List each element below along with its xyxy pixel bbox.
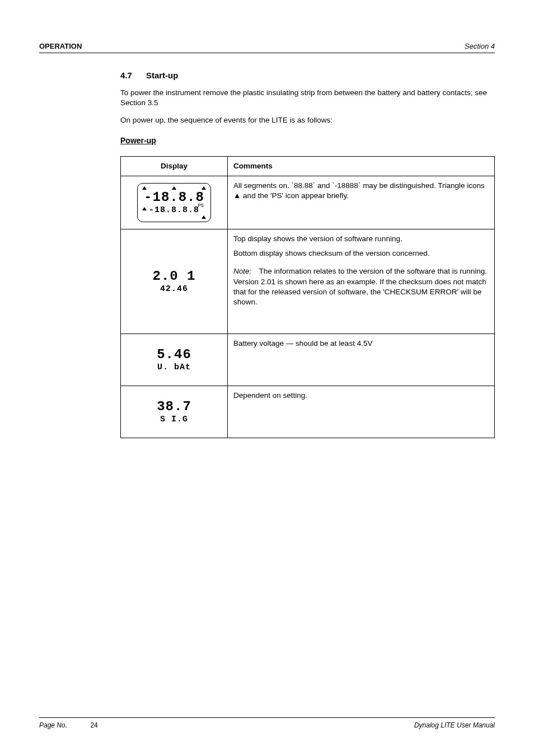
display-cell: 2.0 1 42.46 [121,229,228,334]
triangle-icon [142,186,147,190]
page-num-label: Page No. [39,721,67,729]
footer-left: Page No. 24 [39,721,98,729]
triangle-icon [202,186,206,190]
footer-right: Dynalog LITE User Manual [414,721,495,729]
lcd-row2: -18.8.8.8 [149,206,199,214]
header-right: Section 4 [465,42,495,50]
lcd-display: 5.46 U. bAt [138,341,210,379]
comments-cell: All segments on. `88.88` and `-18888` ma… [228,176,495,229]
lcd-row1: 38.7 [157,400,191,414]
lcd-row2: 42.46 [160,285,188,293]
lcd-row2: U. bAt [157,363,191,372]
lcd-row1: 5.46 [157,348,191,361]
section-heading: 4.7 Start-up [120,70,495,81]
table-row: 2.0 1 42.46 Top display shows the versio… [121,229,495,334]
table-row: 38.7 S I.G Dependent on setting. [121,386,495,438]
lcd-display: -18.8.8 -18.8.8.8 PS [137,183,211,222]
table-row: 5.46 U. bAt Battery voltage — should be … [121,334,495,386]
th-comments: Comments [228,156,495,176]
row2-desc: Battery voltage — should be at least 4.5… [233,339,372,348]
right-column: 4.7 Start-up To power the instrument rem… [120,70,495,438]
lcd-row2: S I.G [160,415,188,424]
comments-cell: Top display shows the version of softwar… [228,229,495,334]
row1-desc2: Bottom display shows checksum of the ver… [233,248,489,259]
lcd-row1: 2.0 1 [152,270,195,283]
subheading-powerup: Power-up [120,135,495,146]
note-text: The information relates to the version o… [233,267,487,306]
display-cell: 38.7 S I.G [121,386,228,438]
table-header-row: Display Comments [121,156,495,176]
page-num-value: 24 [90,721,97,729]
page-header: OPERATION Section 4 [39,34,495,53]
row3-desc: Dependent on setting. [233,391,307,400]
row1-desc1: Top display shows the version of softwar… [233,234,489,244]
row0-desc: All segments on. `88.88` and `-18888` ma… [233,181,485,200]
header-left: OPERATION [39,42,82,50]
lcd-display: 38.7 S I.G [138,393,210,431]
left-column [39,70,120,438]
note-label: Note: [233,266,257,276]
triangle-icon [172,186,176,190]
lcd-display: 2.0 1 42.46 [138,262,210,300]
comments-cell: Battery voltage — should be at least 4.5… [228,334,495,386]
comments-cell: Dependent on setting. [228,386,495,438]
display-cell: 5.46 U. bAt [121,334,228,386]
triangle-icon [202,215,206,219]
content: 4.7 Start-up To power the instrument rem… [39,53,495,438]
ps-icon: PS [198,203,204,209]
th-display: Display [121,156,228,176]
page-footer: Page No. 24 Dynalog LITE User Manual [39,717,495,729]
section-number: 4.7 [120,71,132,80]
table-row: -18.8.8 -18.8.8.8 PS All segments on. `8… [121,176,495,229]
page: OPERATION Section 4 4.7 Start-up To powe… [0,0,534,756]
triangle-icon [142,207,147,210]
lcd-row1: -18.8.8 [144,191,204,204]
display-table: Display Comments [120,156,495,438]
display-cell: -18.8.8 -18.8.8.8 PS [121,176,228,229]
row1-note: Note: The information relates to the ver… [233,266,489,307]
paragraph-1: To power the instrument remove the plast… [120,88,495,108]
paragraph-2: On power up, the sequence of events for … [120,115,495,125]
section-title: Start-up [146,71,179,80]
